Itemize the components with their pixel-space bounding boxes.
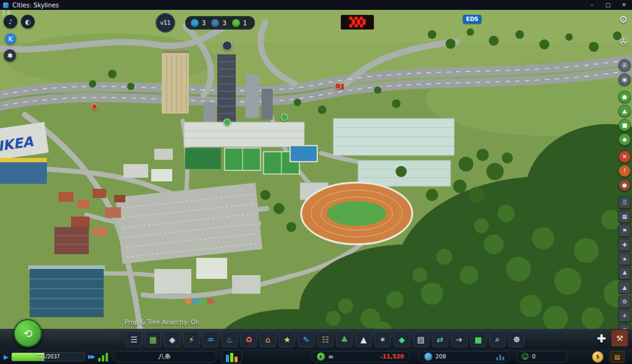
swap-arrows-button-icon: ⇄ xyxy=(437,335,444,344)
grid-peak-button[interactable]: ▲ xyxy=(618,281,631,294)
minimize-button[interactable]: – xyxy=(584,0,600,10)
find-it-button[interactable]: ⌕ xyxy=(489,331,505,347)
park-notification-icon[interactable] xyxy=(232,19,240,27)
wonders-menu-button[interactable]: ✶ xyxy=(375,331,391,347)
police-menu-button[interactable]: ★ xyxy=(279,331,295,347)
rci-demand-meter[interactable] xyxy=(222,350,242,364)
alert-tools-button[interactable]: ● xyxy=(618,179,631,191)
grid-flag-button[interactable]: ⚑ xyxy=(618,225,631,237)
garbage-menu-button[interactable]: ♻ xyxy=(241,331,257,347)
options-round-button[interactable]: ◐ xyxy=(21,15,35,28)
police-menu-button-icon: ★ xyxy=(283,335,291,344)
led-line-2: ▄▀▄▀▄▀ xyxy=(349,22,365,27)
coins-button[interactable]: $ xyxy=(592,351,604,363)
swap-arrows-button[interactable]: ⇄ xyxy=(432,331,448,347)
settings-gear-icon[interactable]: ⚙ xyxy=(619,14,628,25)
transit-line-tram-button[interactable]: ▲ xyxy=(618,105,631,117)
grid-plane-button[interactable]: ✈ xyxy=(618,310,631,322)
grid-zones-button[interactable]: ▦ xyxy=(618,210,631,223)
city-name-label: 八条 xyxy=(159,352,171,361)
zoning-menu-button-icon: ▦ xyxy=(149,335,157,344)
electricity-menu-button[interactable]: ⚡ xyxy=(183,331,199,347)
milestone-marker[interactable] xyxy=(222,41,232,51)
mod-main-button[interactable]: ⟲ xyxy=(14,319,42,347)
grid-tree-button[interactable]: ♣ xyxy=(618,267,631,279)
mod-cube-button[interactable]: ■ xyxy=(470,331,486,347)
fire-department-menu-button-icon: ⌂ xyxy=(265,335,270,344)
ad-marker[interactable] xyxy=(335,83,341,89)
budget-equalizer-icon[interactable] xyxy=(98,352,108,362)
sidebar-group-4: ☰▦⚑✚★♣▲⚙✈☸ xyxy=(605,196,631,336)
zoning-menu-button[interactable]: ▦ xyxy=(145,331,161,347)
roads-menu-button-icon: ☰ xyxy=(130,335,138,344)
alert-warning-button[interactable]: ! xyxy=(618,165,631,177)
chirper-button[interactable]: ♪ xyxy=(4,15,17,28)
water-menu-button[interactable]: ♒ xyxy=(202,331,218,347)
mod-gem-button-icon: ◆ xyxy=(399,335,405,344)
ikea-store: IKEA xyxy=(0,122,49,184)
mod-panel-button[interactable]: ▤ xyxy=(413,331,429,347)
city-scene[interactable]: IKEA xyxy=(0,10,632,364)
happy-marker-1[interactable] xyxy=(223,118,231,126)
mod-cube-button-icon: ■ xyxy=(475,335,482,344)
residential-demand-bar xyxy=(226,355,229,362)
happiness-pill[interactable]: ☺ 0 xyxy=(516,351,568,363)
grid-star-button[interactable]: ★ xyxy=(618,253,631,265)
statusbar-right-group: $ ▤ xyxy=(592,351,628,363)
move-it-button[interactable]: ✚ xyxy=(597,332,606,345)
anarchy-paw-button[interactable]: ✱ xyxy=(4,49,16,62)
milestone-button[interactable]: v11 xyxy=(156,13,175,33)
park-notification-count: 1 xyxy=(243,20,247,27)
grid-gear-button[interactable]: ⚙ xyxy=(618,296,631,308)
monuments-menu-button[interactable]: ▲ xyxy=(356,331,372,347)
education-menu-button[interactable]: ✎ xyxy=(298,331,314,347)
eds-badge[interactable]: EDS xyxy=(463,15,481,23)
alert-stop-button[interactable]: ✕ xyxy=(618,151,631,163)
bulldoze-button[interactable]: ⚒ xyxy=(611,329,628,347)
electricity-menu-button-icon: ⚡ xyxy=(188,335,194,344)
window-title: Cities: Skylines xyxy=(12,2,59,9)
milestone-progress-bar[interactable]: 771/2037 xyxy=(11,352,85,362)
transit-line-train-button[interactable]: ◆ xyxy=(618,133,631,146)
weekly-income: -11,520 xyxy=(380,354,404,360)
close-button[interactable]: ✕ xyxy=(616,0,632,10)
happy-marker-2[interactable] xyxy=(281,114,288,121)
transport-menu-button[interactable]: ☷ xyxy=(317,331,333,347)
camera-mod-button[interactable]: ✇ xyxy=(618,59,631,72)
grid-cross-button[interactable]: ✚ xyxy=(618,239,631,251)
ledger-icon: ▤ xyxy=(614,354,620,360)
mod-gem-button[interactable]: ◆ xyxy=(394,331,410,347)
maximize-button[interactable]: □ xyxy=(600,0,616,10)
service-notification-icon[interactable] xyxy=(211,19,219,27)
klyte-mods-button-glyph: K xyxy=(8,36,12,43)
parks-menu-button[interactable]: ♣ xyxy=(336,331,352,347)
money-pill[interactable]: $ ∞ -11,520 xyxy=(311,351,410,363)
game-viewport[interactable]: IKEA xyxy=(0,10,632,364)
heating-menu-button-icon: ♨ xyxy=(226,335,233,344)
info-mod-button[interactable]: ◉ xyxy=(618,73,631,86)
grid-roads-button[interactable]: ☰ xyxy=(618,196,631,209)
districts-menu-button[interactable]: ◆ xyxy=(164,331,180,347)
status-bar: ▶ 771/2037 ▶▶ 八条 $ ∞ -11,520 208 xyxy=(0,349,632,364)
heating-menu-button[interactable]: ♨ xyxy=(222,331,238,347)
camera-icon[interactable]: ✇ xyxy=(620,36,628,48)
transit-line-metro-button[interactable]: ■ xyxy=(618,119,631,131)
commercial-demand-bar xyxy=(230,353,233,362)
klyte-mods-button[interactable]: K xyxy=(5,33,16,44)
notification-pill: 331 xyxy=(185,16,255,30)
alert-marker[interactable] xyxy=(91,104,98,110)
fire-department-menu-button[interactable]: ⌂ xyxy=(260,331,276,347)
city-name-pill[interactable]: 八条 xyxy=(113,351,217,363)
window-titlebar[interactable]: Cities: Skylines – □ ✕ xyxy=(0,0,632,10)
resource-pill[interactable]: 208 xyxy=(418,351,510,363)
ledger-button[interactable]: ▤ xyxy=(610,351,625,363)
roads-menu-button[interactable]: ☰ xyxy=(126,331,142,347)
bulldoze-icon: ⚒ xyxy=(616,334,623,343)
fast-forward-button[interactable]: ▶▶ xyxy=(88,354,94,360)
forward-arrow-button[interactable]: ➔ xyxy=(451,331,467,347)
play-button[interactable]: ▶ xyxy=(4,354,9,360)
water-notification-icon[interactable] xyxy=(191,19,199,27)
transit-line-bus-button[interactable]: ● xyxy=(618,91,631,103)
water-menu-button-icon: ♒ xyxy=(207,335,214,344)
vehicle-button[interactable]: ☸ xyxy=(509,331,525,347)
